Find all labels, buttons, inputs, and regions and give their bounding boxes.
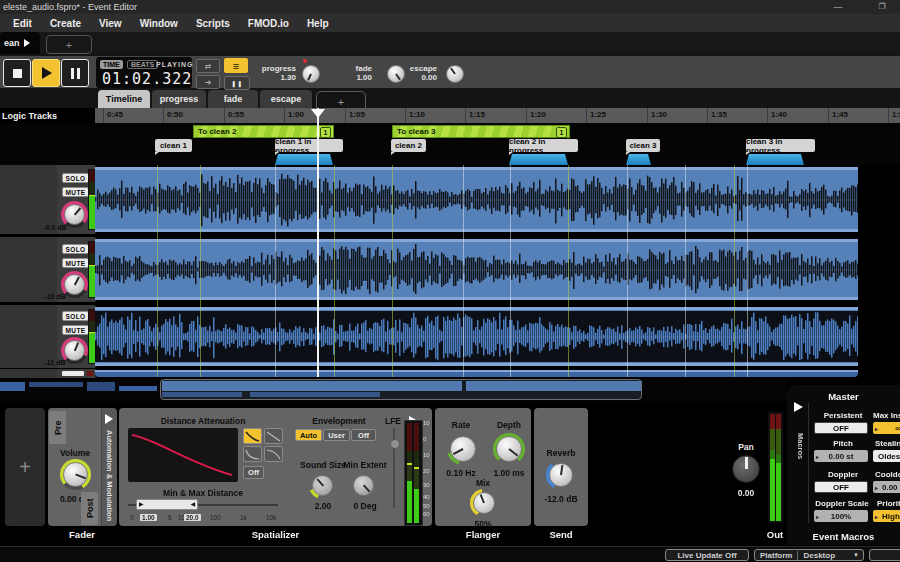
mute-button[interactable]: MUTE bbox=[62, 325, 89, 335]
tab-timeline[interactable]: Timeline bbox=[98, 90, 150, 108]
doppler-scale-field[interactable]: ▸100% bbox=[814, 510, 868, 522]
persistent-toggle[interactable]: OFF bbox=[814, 422, 868, 434]
transition-timeline-region[interactable] bbox=[746, 154, 804, 165]
transition-timeline-region[interactable] bbox=[626, 154, 651, 165]
add-effect-button[interactable]: + bbox=[5, 408, 45, 526]
stealing-dropdown[interactable]: Oldest▼ bbox=[873, 450, 900, 462]
deck-view-button[interactable]: ❚❚ bbox=[224, 76, 250, 90]
transition-timeline-region[interactable] bbox=[509, 154, 568, 165]
new-event-tab-button[interactable]: + bbox=[46, 35, 92, 54]
max-handle[interactable]: ◀ bbox=[190, 500, 195, 507]
envelopment-label: Envelopment bbox=[289, 416, 389, 426]
menu-create[interactable]: Create bbox=[41, 18, 90, 29]
loop-button[interactable]: ⇄ bbox=[196, 59, 220, 73]
menu-scripts[interactable]: Scripts bbox=[187, 18, 239, 29]
destination-marker[interactable]: clean 3 in progress bbox=[746, 139, 815, 152]
doppler-label: Doppler bbox=[814, 470, 872, 479]
solo-button[interactable]: SOLO bbox=[62, 173, 89, 183]
destination-marker[interactable]: clean 2 in progress bbox=[509, 139, 578, 152]
destination-marker[interactable]: clean 1 in progress bbox=[275, 139, 343, 152]
pre-tab[interactable]: Pre bbox=[49, 411, 66, 444]
sound-size-knob[interactable] bbox=[309, 472, 336, 499]
play-button[interactable] bbox=[32, 59, 60, 87]
envelopment-user-button[interactable]: User bbox=[323, 429, 350, 441]
playhead-handle[interactable] bbox=[311, 109, 325, 118]
deck-icon: ❚❚ bbox=[231, 80, 243, 87]
envelopment-auto-button[interactable]: Auto bbox=[295, 429, 322, 441]
marker-guide-line bbox=[157, 165, 158, 377]
solo-button[interactable]: SOLO bbox=[62, 311, 89, 321]
volume-knob[interactable] bbox=[60, 459, 91, 490]
pitch-field[interactable]: ▸0.00 st bbox=[814, 450, 868, 462]
reverb-send-knob[interactable] bbox=[546, 460, 576, 490]
time-mode-toggle[interactable]: TIME bbox=[100, 60, 123, 69]
marker-lane[interactable]: To clean 2 1 To clean 3 1 clean 1 clean … bbox=[0, 123, 900, 165]
mix-knob[interactable] bbox=[470, 489, 498, 517]
stop-button[interactable] bbox=[3, 59, 31, 87]
overlay-view-button[interactable]: ≡ bbox=[224, 58, 248, 73]
min-handle[interactable]: ▶ bbox=[139, 500, 144, 507]
solo-button[interactable] bbox=[62, 371, 84, 376]
destination-marker[interactable]: clean 3 bbox=[626, 139, 660, 152]
platform-selector[interactable]: Platform Desktop ▼ bbox=[754, 549, 864, 561]
cooldown-field[interactable]: ▸0.00 ms bbox=[873, 481, 900, 493]
attenuation-off-button[interactable]: Off bbox=[243, 466, 264, 479]
priority-field[interactable]: ▸Highest bbox=[873, 510, 900, 522]
depth-knob[interactable] bbox=[493, 433, 525, 465]
reverb-value: -12.0 dB bbox=[536, 494, 586, 504]
param-escape-knob[interactable] bbox=[445, 64, 465, 84]
curve-type-button[interactable] bbox=[243, 428, 262, 444]
timeline-ruler[interactable]: 0:45 0:50 0:55 1:00 1:05 1:10 1:15 1:20 … bbox=[95, 108, 900, 123]
master-title: Master bbox=[787, 391, 900, 402]
beats-mode-toggle[interactable]: BEATS bbox=[127, 60, 158, 69]
audio-clip[interactable] bbox=[95, 370, 858, 377]
menu-edit[interactable]: Edit bbox=[4, 18, 41, 29]
pause-button[interactable] bbox=[61, 59, 89, 87]
live-update-button[interactable]: Live Update Off bbox=[665, 549, 749, 561]
menu-help[interactable]: Help bbox=[298, 18, 338, 29]
follow-playhead-button[interactable]: ➜ bbox=[196, 75, 220, 89]
distance-range-slider[interactable]: ▶ ◀ bbox=[136, 499, 198, 510]
tab-fade[interactable]: fade bbox=[208, 90, 258, 108]
min-extent-knob[interactable] bbox=[350, 472, 377, 499]
sheet-tab-bar: Timeline progress fade escape + bbox=[0, 90, 900, 108]
event-editor-window: eleste_audio.fspro* - Event Editor — ❐ E… bbox=[0, 0, 900, 562]
menu-window[interactable]: Window bbox=[131, 18, 187, 29]
lfe-slider-handle[interactable] bbox=[390, 439, 400, 449]
destination-marker[interactable]: clean 1 bbox=[155, 139, 192, 152]
envelopment-off-button[interactable]: Off bbox=[351, 429, 376, 441]
menu-view[interactable]: View bbox=[90, 18, 131, 29]
menu-fmodio[interactable]: FMOD.io bbox=[239, 18, 298, 29]
doppler-toggle[interactable]: OFF bbox=[814, 481, 868, 493]
automation-strip[interactable]: Automation & Modulation bbox=[101, 408, 117, 526]
event-tab-active[interactable]: ean bbox=[0, 32, 40, 54]
destination-marker[interactable]: clean 2 bbox=[391, 139, 426, 152]
param-progress-knob[interactable] bbox=[301, 64, 321, 84]
mute-button[interactable]: MUTE bbox=[62, 258, 89, 268]
audio-clip[interactable] bbox=[95, 239, 858, 300]
attenuation-graph[interactable] bbox=[128, 428, 238, 482]
audio-clip[interactable] bbox=[95, 167, 858, 232]
post-tab[interactable]: Post bbox=[81, 492, 98, 525]
solo-button[interactable]: SOLO bbox=[62, 244, 89, 254]
rate-knob[interactable] bbox=[447, 433, 479, 465]
maximize-icon[interactable]: ❐ bbox=[872, 0, 892, 14]
macros-strip[interactable]: Macros bbox=[796, 433, 805, 459]
timeline-overview[interactable] bbox=[0, 379, 787, 401]
transition-timeline-region[interactable] bbox=[275, 154, 333, 165]
overview-viewport[interactable] bbox=[160, 379, 642, 400]
pan-knob[interactable] bbox=[729, 452, 763, 486]
max-instances-field[interactable]: ▸∞ bbox=[873, 422, 900, 434]
minimize-icon[interactable]: — bbox=[828, 0, 848, 14]
expand-icon[interactable] bbox=[794, 402, 803, 412]
mute-button[interactable]: MUTE bbox=[62, 187, 89, 197]
tab-escape[interactable]: escape bbox=[260, 90, 312, 108]
audio-track-partial bbox=[0, 369, 900, 378]
audio-clip[interactable] bbox=[95, 307, 858, 366]
tab-progress[interactable]: progress bbox=[152, 90, 206, 108]
curve-type-button[interactable] bbox=[243, 446, 262, 462]
curve-type-button[interactable] bbox=[264, 428, 283, 444]
expand-icon[interactable] bbox=[105, 414, 113, 424]
curve-type-button[interactable] bbox=[264, 446, 283, 462]
marker-guide-line bbox=[510, 165, 511, 377]
